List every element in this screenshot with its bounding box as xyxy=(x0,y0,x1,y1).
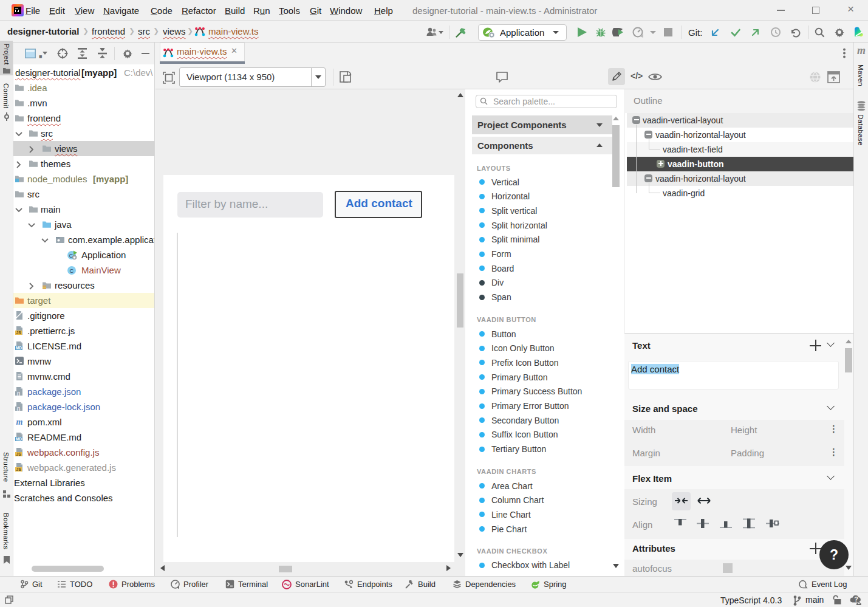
svg-text:{}: {} xyxy=(17,406,21,411)
svg-text:?: ? xyxy=(854,595,858,603)
svg-text:C: C xyxy=(70,267,74,274)
svg-text:JS: JS xyxy=(16,331,22,335)
svg-text:MD: MD xyxy=(16,437,22,441)
svg-text:JS: JS xyxy=(16,467,22,472)
svg-text:m: m xyxy=(16,417,23,427)
svg-text:MD: MD xyxy=(16,346,22,350)
svg-text:{}: {} xyxy=(17,391,21,396)
svg-text:JS: JS xyxy=(16,452,22,456)
